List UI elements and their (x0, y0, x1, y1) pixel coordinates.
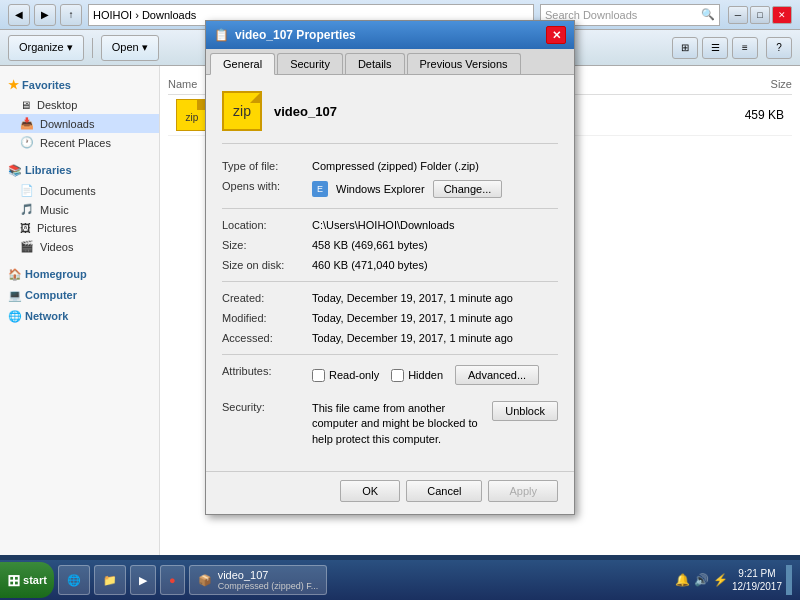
size-disk-row: Size on disk: 460 KB (471,040 bytes) (222, 259, 558, 271)
sidebar-item-music[interactable]: 🎵 Music (0, 200, 159, 219)
downloads-icon: 📥 (20, 117, 34, 130)
view-list-icon[interactable]: ☰ (702, 37, 728, 59)
properties-dialog: 📋 video_107 Properties ✕ General Securit… (205, 20, 575, 515)
security-value: This file came from another computer and… (312, 401, 558, 447)
taskbar-chrome-icon[interactable]: ● (160, 565, 185, 595)
location-row: Location: C:\Users\HOIHOI\Downloads (222, 219, 558, 231)
modified-row: Modified: Today, December 19, 2017, 1 mi… (222, 312, 558, 324)
homegroup-header[interactable]: 🏠 Homegroup (0, 264, 159, 285)
forward-button[interactable]: ▶ (34, 4, 56, 26)
ok-button[interactable]: OK (340, 480, 400, 502)
apply-button[interactable]: Apply (488, 480, 558, 502)
taskbar-file-item[interactable]: 📦 video_107 Compressed (zipped) F... (189, 565, 328, 595)
security-row: Security: This file came from another co… (222, 401, 558, 447)
up-button[interactable]: ↑ (60, 4, 82, 26)
maximize-button[interactable]: □ (750, 6, 770, 24)
created-label: Created: (222, 292, 312, 304)
sidebar-item-videos[interactable]: 🎬 Videos (0, 237, 159, 256)
computer-header[interactable]: 💻 Computer (0, 285, 159, 306)
minimize-button[interactable]: ─ (728, 6, 748, 24)
size-disk-label: Size on disk: (222, 259, 312, 271)
dialog-filename: video_107 (274, 104, 337, 119)
change-button[interactable]: Change... (433, 180, 503, 198)
attributes-checkboxes: Read-only Hidden Advanced... (312, 365, 558, 385)
taskbar-media-icon[interactable]: ▶ (130, 565, 156, 595)
tab-previous-versions[interactable]: Previous Versions (407, 53, 521, 74)
tray-time: 9:21 PM (738, 567, 775, 580)
help-button[interactable]: ? (766, 37, 792, 59)
size-label: Size: (222, 239, 312, 251)
taskbar-item-info: video_107 Compressed (zipped) F... (218, 569, 319, 591)
sidebar-label: Favorites (22, 79, 71, 91)
cancel-button[interactable]: Cancel (406, 480, 482, 502)
organize-button[interactable]: Organize ▾ (8, 35, 84, 61)
type-row: Type of file: Compressed (zipped) Folder… (222, 160, 558, 172)
pictures-icon: 🖼 (20, 222, 31, 234)
sidebar-label: Network (25, 310, 68, 322)
show-desktop-icon[interactable] (786, 565, 792, 595)
dialog-file-header: zip video_107 (222, 91, 558, 144)
modified-value: Today, December 19, 2017, 1 minute ago (312, 312, 558, 324)
advanced-button[interactable]: Advanced... (455, 365, 539, 385)
tab-details[interactable]: Details (345, 53, 405, 74)
toolbar-divider (92, 38, 93, 58)
chrome-icon: ● (169, 574, 176, 586)
libraries-header[interactable]: 📚 Libraries (0, 160, 159, 181)
tab-general[interactable]: General (210, 53, 275, 75)
view-details-icon[interactable]: ≡ (732, 37, 758, 59)
dialog-icon: 📋 (214, 28, 229, 42)
unblock-button[interactable]: Unblock (492, 401, 558, 421)
location-label: Location: (222, 219, 312, 231)
sidebar-item-desktop[interactable]: 🖥 Desktop (0, 96, 159, 114)
accessed-row: Accessed: Today, December 19, 2017, 1 mi… (222, 332, 558, 344)
readonly-checkbox[interactable] (312, 369, 325, 382)
separator-3 (222, 354, 558, 355)
sidebar-item-downloads[interactable]: 📥 Downloads (0, 114, 159, 133)
tray-clock[interactable]: 9:21 PM 12/19/2017 (732, 567, 782, 593)
taskbar-items: 🌐 📁 ▶ ● 📦 video_107 Compressed (zipped) … (54, 565, 667, 595)
dialog-close-button[interactable]: ✕ (546, 26, 566, 44)
network-header[interactable]: 🌐 Network (0, 306, 159, 327)
sidebar-label: Computer (25, 289, 77, 301)
taskbar-explorer-icon[interactable]: 📁 (94, 565, 126, 595)
windows-explorer-icon: E (312, 181, 328, 197)
size-value: 458 KB (469,661 bytes) (312, 239, 558, 251)
star-icon: ★ (8, 78, 19, 92)
type-value: Compressed (zipped) Folder (.zip) (312, 160, 558, 172)
dialog-titlebar: 📋 video_107 Properties ✕ (206, 21, 574, 49)
sidebar-item-documents[interactable]: 📄 Documents (0, 181, 159, 200)
taskbar-item-sub: Compressed (zipped) F... (218, 581, 319, 591)
battery-icon: ⚡ (713, 573, 728, 587)
videos-icon: 🎬 (20, 240, 34, 253)
created-value: Today, December 19, 2017, 1 minute ago (312, 292, 558, 304)
recent-icon: 🕐 (20, 136, 34, 149)
hidden-checkbox-label[interactable]: Hidden (391, 369, 443, 382)
file-size: 459 KB (704, 108, 784, 122)
attributes-label: Attributes: (222, 365, 312, 377)
readonly-label: Read-only (329, 369, 379, 381)
dialog-body: zip video_107 Type of file: Compressed (… (206, 75, 574, 471)
taskbar-ie-icon[interactable]: 🌐 (58, 565, 90, 595)
readonly-checkbox-label[interactable]: Read-only (312, 369, 379, 382)
tab-security[interactable]: Security (277, 53, 343, 74)
view-large-icon[interactable]: ⊞ (672, 37, 698, 59)
network-icon: 🌐 (8, 310, 22, 322)
hidden-checkbox[interactable] (391, 369, 404, 382)
dialog-title: 📋 video_107 Properties (214, 28, 356, 42)
taskbar: ⊞ start 🌐 📁 ▶ ● 📦 video_107 Compressed (… (0, 560, 800, 600)
col-size: Size (712, 78, 792, 90)
close-button[interactable]: ✕ (772, 6, 792, 24)
sidebar-label: Music (40, 204, 69, 216)
open-button[interactable]: Open ▾ (101, 35, 159, 61)
sidebar-item-recent[interactable]: 🕐 Recent Places (0, 133, 159, 152)
favorites-header[interactable]: ★ Favorites (0, 74, 159, 96)
opens-with-row: Opens with: E Windows Explorer Change... (222, 180, 558, 198)
security-content: This file came from another computer and… (312, 401, 558, 447)
windows-logo: ⊞ (7, 571, 20, 590)
sidebar-label: Videos (40, 241, 73, 253)
sidebar-label: Pictures (37, 222, 77, 234)
size-row: Size: 458 KB (469,661 bytes) (222, 239, 558, 251)
sidebar-item-pictures[interactable]: 🖼 Pictures (0, 219, 159, 237)
start-button[interactable]: ⊞ start (0, 562, 54, 598)
back-button[interactable]: ◀ (8, 4, 30, 26)
